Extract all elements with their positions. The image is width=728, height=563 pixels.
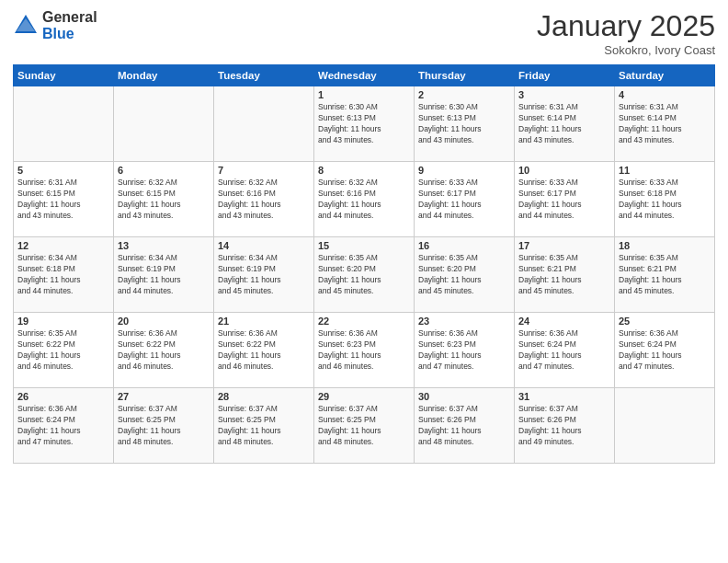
day-number: 9 — [418, 165, 510, 176]
day-header-thursday: Thursday — [415, 65, 515, 86]
day-header-monday: Monday — [114, 65, 214, 86]
day-number: 28 — [218, 391, 310, 402]
calendar-cell: 30Sunrise: 6:37 AM Sunset: 6:26 PM Dayli… — [415, 388, 515, 464]
day-info: Sunrise: 6:33 AM Sunset: 6:17 PM Dayligh… — [418, 178, 510, 222]
day-number: 23 — [418, 316, 510, 327]
calendar-cell — [114, 86, 214, 162]
day-info: Sunrise: 6:31 AM Sunset: 6:14 PM Dayligh… — [518, 102, 610, 146]
calendar-cell: 27Sunrise: 6:37 AM Sunset: 6:25 PM Dayli… — [114, 388, 214, 464]
day-number: 12 — [17, 240, 109, 251]
day-info: Sunrise: 6:36 AM Sunset: 6:24 PM Dayligh… — [518, 328, 610, 373]
day-info: Sunrise: 6:35 AM Sunset: 6:21 PM Dayligh… — [619, 253, 711, 297]
day-number: 29 — [318, 391, 410, 402]
day-info: Sunrise: 6:32 AM Sunset: 6:16 PM Dayligh… — [218, 178, 310, 222]
calendar-cell: 17Sunrise: 6:35 AM Sunset: 6:21 PM Dayli… — [515, 237, 615, 313]
day-number: 6 — [118, 165, 210, 176]
day-info: Sunrise: 6:31 AM Sunset: 6:15 PM Dayligh… — [17, 178, 109, 222]
day-number: 25 — [619, 316, 711, 327]
calendar-cell — [615, 388, 715, 464]
day-info: Sunrise: 6:35 AM Sunset: 6:22 PM Dayligh… — [17, 328, 109, 373]
calendar-cell: 29Sunrise: 6:37 AM Sunset: 6:25 PM Dayli… — [314, 388, 415, 464]
day-number: 10 — [518, 165, 610, 176]
day-info: Sunrise: 6:33 AM Sunset: 6:17 PM Dayligh… — [518, 178, 610, 222]
day-info: Sunrise: 6:36 AM Sunset: 6:23 PM Dayligh… — [318, 328, 410, 373]
calendar-cell: 15Sunrise: 6:35 AM Sunset: 6:20 PM Dayli… — [314, 237, 415, 313]
day-info: Sunrise: 6:37 AM Sunset: 6:25 PM Dayligh… — [118, 404, 210, 448]
day-info: Sunrise: 6:34 AM Sunset: 6:18 PM Dayligh… — [17, 253, 109, 297]
day-header-sunday: Sunday — [14, 65, 114, 86]
day-info: Sunrise: 6:37 AM Sunset: 6:26 PM Dayligh… — [418, 404, 510, 448]
svg-marker-1 — [17, 18, 35, 31]
day-info: Sunrise: 6:35 AM Sunset: 6:20 PM Dayligh… — [318, 253, 410, 297]
calendar-cell: 20Sunrise: 6:36 AM Sunset: 6:22 PM Dayli… — [114, 313, 214, 388]
calendar-cell: 3Sunrise: 6:31 AM Sunset: 6:14 PM Daylig… — [515, 86, 615, 162]
day-number: 22 — [318, 316, 410, 327]
calendar-cell: 4Sunrise: 6:31 AM Sunset: 6:14 PM Daylig… — [615, 86, 715, 162]
day-info: Sunrise: 6:36 AM Sunset: 6:23 PM Dayligh… — [418, 328, 510, 373]
calendar-cell: 10Sunrise: 6:33 AM Sunset: 6:17 PM Dayli… — [515, 162, 615, 237]
day-number: 2 — [418, 89, 510, 100]
day-number: 31 — [518, 391, 610, 402]
calendar-cell: 22Sunrise: 6:36 AM Sunset: 6:23 PM Dayli… — [314, 313, 415, 388]
day-number: 14 — [218, 240, 310, 251]
day-number: 16 — [418, 240, 510, 251]
day-header-friday: Friday — [515, 65, 615, 86]
calendar-cell: 18Sunrise: 6:35 AM Sunset: 6:21 PM Dayli… — [615, 237, 715, 313]
day-info: Sunrise: 6:32 AM Sunset: 6:15 PM Dayligh… — [118, 178, 210, 222]
day-number: 20 — [118, 316, 210, 327]
calendar-cell: 23Sunrise: 6:36 AM Sunset: 6:23 PM Dayli… — [415, 313, 515, 388]
logo-text: General Blue — [42, 9, 97, 41]
day-number: 15 — [318, 240, 410, 251]
calendar-cell: 24Sunrise: 6:36 AM Sunset: 6:24 PM Dayli… — [515, 313, 615, 388]
day-number: 1 — [318, 89, 410, 100]
day-info: Sunrise: 6:33 AM Sunset: 6:18 PM Dayligh… — [619, 178, 711, 222]
calendar-cell: 8Sunrise: 6:32 AM Sunset: 6:16 PM Daylig… — [314, 162, 415, 237]
day-info: Sunrise: 6:36 AM Sunset: 6:22 PM Dayligh… — [118, 328, 210, 373]
day-number: 13 — [118, 240, 210, 251]
calendar-cell: 11Sunrise: 6:33 AM Sunset: 6:18 PM Dayli… — [615, 162, 715, 237]
logo-icon — [13, 13, 39, 39]
day-number: 21 — [218, 316, 310, 327]
day-info: Sunrise: 6:32 AM Sunset: 6:16 PM Dayligh… — [318, 178, 410, 222]
day-number: 19 — [17, 316, 109, 327]
logo-general: General — [42, 9, 97, 26]
calendar-cell: 21Sunrise: 6:36 AM Sunset: 6:22 PM Dayli… — [214, 313, 314, 388]
day-number: 26 — [17, 391, 109, 402]
calendar-body: 1Sunrise: 6:30 AM Sunset: 6:13 PM Daylig… — [14, 86, 715, 464]
calendar-cell — [14, 86, 114, 162]
calendar-cell: 19Sunrise: 6:35 AM Sunset: 6:22 PM Dayli… — [14, 313, 114, 388]
calendar-cell: 14Sunrise: 6:34 AM Sunset: 6:19 PM Dayli… — [214, 237, 314, 313]
calendar-week-3: 12Sunrise: 6:34 AM Sunset: 6:18 PM Dayli… — [14, 237, 715, 313]
calendar-cell — [214, 86, 314, 162]
day-info: Sunrise: 6:30 AM Sunset: 6:13 PM Dayligh… — [418, 102, 510, 146]
calendar-table: SundayMondayTuesdayWednesdayThursdayFrid… — [13, 64, 715, 464]
calendar-cell: 12Sunrise: 6:34 AM Sunset: 6:18 PM Dayli… — [14, 237, 114, 313]
title-block: January 2025 Sokokro, Ivory Coast — [537, 9, 715, 57]
location-subtitle: Sokokro, Ivory Coast — [537, 43, 715, 57]
calendar-week-4: 19Sunrise: 6:35 AM Sunset: 6:22 PM Dayli… — [14, 313, 715, 388]
day-number: 5 — [17, 165, 109, 176]
day-header-wednesday: Wednesday — [314, 65, 415, 86]
calendar-cell: 9Sunrise: 6:33 AM Sunset: 6:17 PM Daylig… — [415, 162, 515, 237]
calendar-week-2: 5Sunrise: 6:31 AM Sunset: 6:15 PM Daylig… — [14, 162, 715, 237]
month-title: January 2025 — [537, 9, 715, 43]
day-number: 27 — [118, 391, 210, 402]
day-number: 18 — [619, 240, 711, 251]
day-info: Sunrise: 6:34 AM Sunset: 6:19 PM Dayligh… — [118, 253, 210, 297]
calendar-cell: 7Sunrise: 6:32 AM Sunset: 6:16 PM Daylig… — [214, 162, 314, 237]
page: General Blue January 2025 Sokokro, Ivory… — [0, 0, 728, 563]
day-number: 4 — [619, 89, 711, 100]
day-info: Sunrise: 6:30 AM Sunset: 6:13 PM Dayligh… — [318, 102, 410, 146]
calendar-week-5: 26Sunrise: 6:36 AM Sunset: 6:24 PM Dayli… — [14, 388, 715, 464]
day-number: 24 — [518, 316, 610, 327]
day-info: Sunrise: 6:34 AM Sunset: 6:19 PM Dayligh… — [218, 253, 310, 297]
day-number: 30 — [418, 391, 510, 402]
day-number: 3 — [518, 89, 610, 100]
day-info: Sunrise: 6:36 AM Sunset: 6:24 PM Dayligh… — [17, 404, 109, 448]
day-number: 11 — [619, 165, 711, 176]
logo-blue: Blue — [42, 26, 97, 42]
day-info: Sunrise: 6:36 AM Sunset: 6:24 PM Dayligh… — [619, 328, 711, 373]
calendar-cell: 31Sunrise: 6:37 AM Sunset: 6:26 PM Dayli… — [515, 388, 615, 464]
day-info: Sunrise: 6:37 AM Sunset: 6:25 PM Dayligh… — [218, 404, 310, 448]
day-info: Sunrise: 6:35 AM Sunset: 6:21 PM Dayligh… — [518, 253, 610, 297]
